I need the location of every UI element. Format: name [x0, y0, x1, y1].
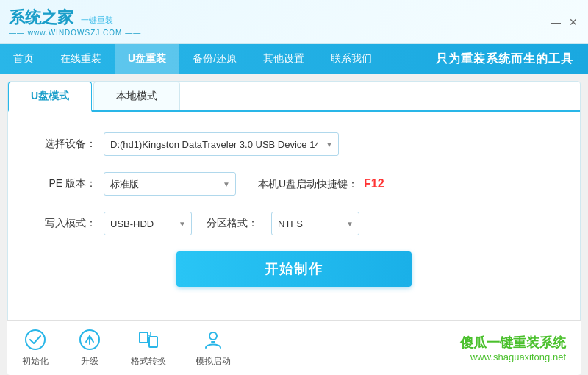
write-mode-label: 写入模式：	[37, 217, 96, 230]
device-select-wrapper: D:(hd1)Kingston DataTraveler 3.0 USB Dev…	[104, 132, 339, 156]
website-label: —— www.WINDOWSZJ.COM ——	[9, 29, 141, 37]
tool-simulate-boot[interactable]: 模拟启动	[196, 328, 231, 368]
nav-bar: 首页 在线重装 U盘重装 备份/还原 其他设置 联系我们 只为重装系统而生的工具	[0, 44, 588, 74]
device-row: 选择设备： D:(hd1)Kingston DataTraveler 3.0 U…	[37, 132, 551, 156]
app-name: 系统之家	[9, 7, 74, 29]
tool-format-convert-label: 格式转换	[131, 355, 166, 368]
check-circle-icon	[24, 328, 47, 351]
start-button[interactable]: 开始制作	[176, 251, 412, 287]
pe-select-wrapper: 标准版	[104, 172, 236, 196]
svg-point-5	[209, 332, 217, 340]
svg-rect-6	[211, 341, 215, 343]
minimize-button[interactable]: —	[550, 16, 562, 28]
app-subtitle: 一键重装	[81, 15, 113, 26]
close-button[interactable]: ✕	[567, 16, 579, 28]
bottom-bar: 初始化 升级 格式转换	[7, 320, 581, 375]
tool-initialize[interactable]: 初始化	[22, 328, 49, 368]
tool-upgrade-label: 升级	[81, 355, 98, 368]
pe-select[interactable]: 标准版	[104, 172, 236, 196]
nav-usb-reinstall[interactable]: U盘重装	[115, 44, 179, 74]
nav-slogan: 只为重装系统而生的工具	[436, 44, 588, 74]
tab-usb-mode[interactable]: U盘模式	[8, 82, 92, 112]
nav-online-reinstall[interactable]: 在线重装	[47, 44, 115, 74]
format-convert-icon	[137, 328, 160, 351]
tool-format-convert[interactable]: 格式转换	[131, 328, 166, 368]
svg-rect-3	[140, 332, 148, 343]
svg-rect-4	[149, 337, 157, 347]
tool-simulate-boot-label: 模拟启动	[196, 355, 231, 368]
app-logo: 系统之家 一键重装 —— www.WINDOWSZJ.COM ——	[9, 7, 141, 37]
pe-label: PE 版本：	[37, 177, 96, 190]
bottom-tools: 初始化 升级 格式转换	[22, 328, 231, 368]
form-area: 选择设备： D:(hd1)Kingston DataTraveler 3.0 U…	[8, 112, 580, 301]
device-label: 选择设备：	[37, 138, 96, 151]
brand-name: 傻瓜一键重装系统	[460, 334, 566, 351]
device-select[interactable]: D:(hd1)Kingston DataTraveler 3.0 USB Dev…	[104, 132, 339, 156]
nav-home[interactable]: 首页	[0, 44, 47, 74]
start-button-wrap: 开始制作	[37, 251, 551, 287]
partition-label: 分区格式：	[207, 217, 258, 230]
nav-contact[interactable]: 联系我们	[318, 44, 385, 74]
tab-local-mode[interactable]: 本地模式	[93, 82, 180, 110]
nav-settings[interactable]: 其他设置	[250, 44, 318, 74]
write-mode-select-wrapper: USB-HDD	[104, 212, 192, 235]
nav-items: 首页 在线重装 U盘重装 备份/还原 其他设置 联系我们	[0, 44, 385, 74]
write-mode-row: 写入模式： USB-HDD 分区格式： NTFS	[37, 212, 551, 235]
arrow-up-circle-icon	[78, 328, 101, 351]
shortcut-label: 本机U盘启动快捷键： F12	[258, 177, 384, 191]
partition-select-wrapper: NTFS	[271, 212, 359, 235]
main-content: U盘模式 本地模式 选择设备： D:(hd1)Kingston DataTrav…	[7, 81, 581, 360]
pe-row: PE 版本： 标准版 本机U盘启动快捷键： F12	[37, 172, 551, 196]
person-circle-icon	[201, 328, 225, 351]
shortcut-key: F12	[364, 177, 384, 190]
write-mode-select[interactable]: USB-HDD	[104, 212, 192, 235]
tool-upgrade[interactable]: 升级	[78, 328, 101, 368]
tool-initialize-label: 初始化	[22, 355, 49, 368]
tab-bar: U盘模式 本地模式	[8, 82, 580, 112]
brand-url: www.shaguaxitong.net	[460, 351, 566, 362]
nav-backup[interactable]: 备份/还原	[179, 44, 250, 74]
svg-point-0	[26, 330, 45, 349]
bottom-branding: 傻瓜一键重装系统 www.shaguaxitong.net	[460, 334, 566, 362]
window-controls: — ✕	[550, 16, 579, 28]
partition-select[interactable]: NTFS	[271, 212, 359, 235]
title-bar: 系统之家 一键重装 —— www.WINDOWSZJ.COM —— — ✕	[0, 0, 588, 44]
